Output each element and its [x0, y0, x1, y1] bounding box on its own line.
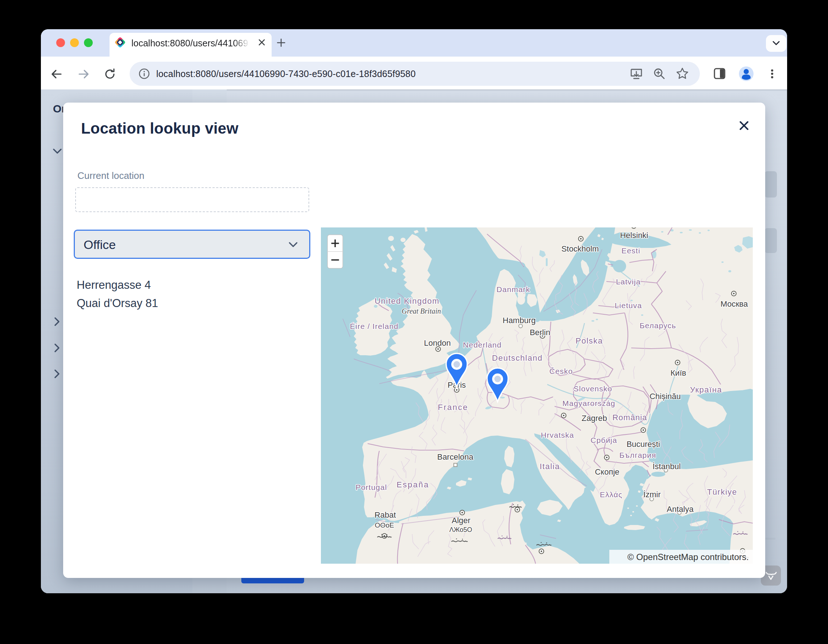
svg-text:Lietuva: Lietuva	[615, 301, 642, 310]
svg-text:România: România	[612, 413, 647, 422]
svg-text:OΘoE: OΘoE	[375, 521, 394, 529]
svg-text:London: London	[424, 338, 450, 348]
svg-text:Italia: Italia	[539, 462, 560, 471]
svg-text:Hamburg: Hamburg	[503, 316, 536, 325]
svg-text:Polska: Polska	[576, 336, 603, 345]
svg-text:İstanbul: İstanbul	[652, 462, 681, 471]
svg-text:Great Britain: Great Britain	[401, 307, 441, 315]
svg-text:Київ: Київ	[671, 368, 686, 378]
svg-text:Eesti: Eesti	[621, 246, 640, 255]
svg-text:Portugal: Portugal	[356, 483, 387, 491]
svg-text:Беларусь: Беларусь	[640, 321, 676, 330]
svg-text:Stockholm: Stockholm	[561, 244, 599, 253]
svg-text:Скопје: Скопје	[595, 467, 619, 476]
svg-text:București: București	[626, 440, 660, 449]
svg-text:United Kingdom: United Kingdom	[375, 296, 439, 306]
svg-text:İzmir: İzmir	[643, 490, 661, 499]
svg-text:France: France	[438, 403, 468, 412]
svg-text:Україна: Україна	[690, 385, 722, 394]
svg-text:Danmark: Danmark	[497, 285, 530, 293]
svg-text:Magyarország: Magyarország	[562, 399, 615, 407]
svg-text:España: España	[397, 480, 429, 489]
svg-text:Ελλάς: Ελλάς	[600, 490, 623, 499]
svg-text:Србија: Србија	[591, 436, 617, 444]
svg-text:Barcelona: Barcelona	[437, 452, 474, 461]
svg-text:Hrvatska: Hrvatska	[541, 431, 574, 439]
svg-text:Česko: Česko	[549, 367, 573, 375]
svg-text:Berlin: Berlin	[530, 328, 550, 337]
svg-text:Latvija: Latvija	[616, 277, 641, 286]
svg-text:Slovensko: Slovensko	[574, 384, 612, 393]
svg-text:Éire / Ireland: Éire / Ireland	[350, 322, 398, 331]
svg-text:ΛЖo5O: ΛЖo5O	[449, 526, 472, 533]
svg-text:Alger: Alger	[452, 516, 470, 525]
svg-text:Москва: Москва	[720, 299, 748, 309]
svg-text:© OpenStreetMap contributors.: © OpenStreetMap contributors.	[627, 552, 749, 562]
svg-text:Chișinău: Chișinău	[649, 392, 681, 401]
svg-text:Nederland: Nederland	[463, 341, 502, 349]
svg-text:Deutschland: Deutschland	[492, 353, 543, 362]
svg-text:Zagreb: Zagreb	[582, 414, 607, 423]
svg-text:България: България	[619, 451, 656, 459]
svg-text:Türkiye: Türkiye	[707, 487, 737, 497]
svg-text:Rabat: Rabat	[375, 510, 396, 520]
svg-text:Antalya: Antalya	[666, 505, 694, 514]
svg-text:Helsinki: Helsinki	[620, 231, 648, 240]
